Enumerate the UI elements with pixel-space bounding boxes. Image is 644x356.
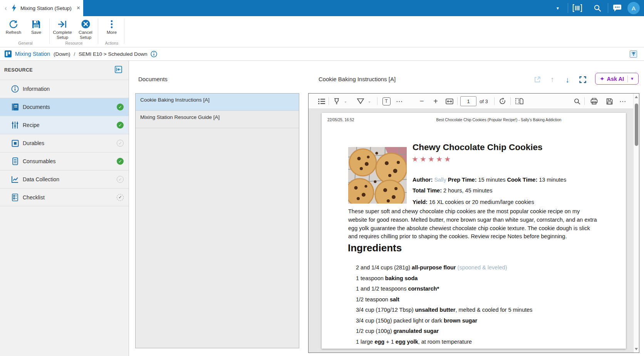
ribbon-separator	[98, 18, 98, 44]
scroll-down-icon[interactable]	[635, 348, 638, 350]
topbar-separator	[568, 3, 568, 13]
sidebar-item-label: Information	[23, 86, 50, 92]
ingredients-list: 2 and 1/4 cups (281g) all-purpose flour …	[356, 264, 532, 349]
ribbon-group-resource: Resource	[50, 41, 97, 45]
scrollbar-thumb[interactable]	[635, 104, 638, 146]
draw-tool-icon[interactable]	[356, 94, 366, 109]
chat-icon[interactable]	[611, 0, 623, 16]
ask-ai-button[interactable]: ✦ Ask AI ▼	[595, 73, 639, 85]
ingredient-line: 2 and 1/4 cups (281g) all-purpose flour …	[356, 264, 532, 275]
ingredients-heading: Ingredients	[348, 242, 402, 254]
top-bar: ‹ Mixing Station (Setup) × ▼ A	[0, 0, 644, 16]
annotation-more-icon[interactable]: ⋯	[394, 94, 405, 109]
sidebar-item-recipe[interactable]: Recipe ✓	[0, 116, 129, 134]
highlight-tool-icon[interactable]	[332, 94, 342, 109]
zoom-out-icon[interactable]: −	[417, 94, 426, 109]
ask-ai-label: Ask AI	[607, 76, 624, 82]
sparkle-icon: ✦	[600, 75, 605, 82]
ingredient-line: 1 and 1/2 teaspoons cornstarch*	[356, 286, 532, 296]
toc-outline-icon[interactable]	[317, 94, 326, 109]
recipe-sliders-icon	[11, 121, 19, 129]
sidebar-item-checklist[interactable]: Checklist ✓	[0, 188, 129, 206]
consumables-icon	[11, 157, 19, 165]
page-count-label: of 3	[480, 94, 488, 109]
toolbar-separator	[584, 97, 585, 105]
topbar-caret-icon[interactable]: ▼	[553, 0, 562, 16]
collapse-sidebar-icon[interactable]	[115, 66, 122, 73]
breadcrumb-resource-link[interactable]: Mixing Station	[15, 51, 50, 57]
refresh-icon	[2, 19, 25, 29]
printed-date: 22/05/25, 16:52	[327, 118, 354, 122]
sidebar-item-durables[interactable]: Durables ✓	[0, 134, 129, 152]
draw-dropdown-icon[interactable]: ⌄	[366, 94, 372, 109]
info-icon[interactable]	[151, 51, 157, 57]
documents-icon	[11, 103, 19, 111]
barcode-scan-icon[interactable]	[572, 0, 583, 16]
add-text-icon[interactable]: T	[381, 94, 392, 109]
sidebar-item-label: Durables	[23, 140, 44, 146]
tab-close-icon[interactable]: ×	[77, 5, 80, 12]
page-view-icon[interactable]	[513, 94, 525, 109]
fullscreen-icon[interactable]	[578, 75, 588, 85]
ask-ai-caret-icon[interactable]: ▼	[630, 77, 634, 81]
open-external-icon[interactable]	[532, 75, 542, 85]
sidebar-item-label: Recipe	[23, 122, 40, 128]
status-pending-badge: ✓	[117, 176, 124, 183]
resource-sidebar: RESOURCE Information Documents ✓ Recipe …	[0, 61, 129, 356]
more-button[interactable]: More	[100, 19, 124, 35]
documents-list: Cookie Baking Instructions [A] Mixing St…	[135, 93, 299, 348]
ask-ai-divider	[627, 75, 628, 82]
search-icon[interactable]	[592, 0, 603, 16]
more-label: More	[107, 30, 117, 35]
ingredient-line: 3/4 cup (150g) packed light or dark brow…	[356, 318, 532, 328]
scroll-up-icon[interactable]	[635, 96, 638, 98]
lightning-bolt-icon	[11, 4, 17, 12]
next-document-icon[interactable]: ↓	[562, 75, 572, 85]
status-complete-badge: ✓	[117, 104, 124, 110]
ingredient-line: 1/2 teaspoon salt	[356, 296, 532, 307]
page-number-input[interactable]	[460, 96, 476, 106]
sidebar-item-data-collection[interactable]: Data Collection ✓	[0, 170, 129, 188]
sidebar-item-label: Documents	[23, 104, 50, 110]
print-icon[interactable]	[588, 94, 600, 109]
sidebar-item-information[interactable]: Information	[0, 80, 129, 98]
zoom-in-icon[interactable]: +	[431, 94, 440, 109]
toolbar-separator	[510, 97, 511, 105]
pdf-scrollbar[interactable]	[633, 94, 639, 353]
document-row[interactable]: Mixing Station Resource Guide [A]	[136, 111, 299, 128]
breadcrumb-state: (Down)	[54, 51, 70, 57]
toolbar-separator	[457, 97, 458, 105]
ingredient-line: 1/2 cup (100g) granulated sugar	[356, 328, 532, 339]
complete-setup-button[interactable]: Complete Setup	[50, 19, 74, 40]
previous-document-icon[interactable]: ↑	[547, 75, 557, 85]
back-chevron-icon[interactable]: ‹	[5, 4, 7, 12]
complete-setup-label: Complete Setup	[53, 30, 72, 40]
cancel-setup-button[interactable]: Cancel Setup	[74, 19, 97, 40]
pdf-search-icon[interactable]	[572, 94, 582, 109]
cancel-setup-label: Cancel Setup	[79, 30, 92, 40]
ribbon-group-actions: Actions	[100, 41, 124, 45]
highlight-dropdown-icon[interactable]: ⌄	[342, 94, 349, 109]
refresh-button[interactable]: Refresh	[2, 19, 25, 35]
status-optional-badge: ✓	[117, 194, 124, 201]
sidebar-item-consumables[interactable]: Consumables ✓	[0, 152, 129, 170]
documents-panel-title: Documents	[138, 76, 168, 82]
document-row[interactable]: Cookie Baking Instructions [A]	[136, 94, 299, 111]
pdf-more-icon[interactable]: ⋯	[617, 94, 628, 109]
ingredient-line: 1 large egg + 1 egg yolk, at room temper…	[356, 339, 532, 349]
rotate-icon[interactable]	[497, 94, 508, 109]
save-button[interactable]: Save	[24, 19, 48, 35]
fit-width-icon[interactable]	[444, 94, 455, 109]
download-save-icon[interactable]	[604, 94, 615, 109]
ingredient-line: 1 teaspoon baking soda	[356, 275, 532, 286]
more-icon	[100, 19, 124, 29]
recipe-title: Chewy Chocolate Chip Cookies	[413, 142, 543, 152]
resource-board-icon	[5, 50, 12, 57]
maximize-panel-icon[interactable]	[630, 50, 637, 58]
cookie-photo	[348, 147, 407, 204]
pdf-viewer: ⌄ ⌄ T ⋯ − + of 3	[308, 93, 639, 353]
status-complete-badge: ✓	[117, 158, 124, 165]
sidebar-item-documents[interactable]: Documents ✓	[0, 98, 129, 116]
avatar[interactable]: A	[627, 2, 640, 14]
app-tab[interactable]: ‹ Mixing Station (Setup) ×	[0, 0, 83, 16]
